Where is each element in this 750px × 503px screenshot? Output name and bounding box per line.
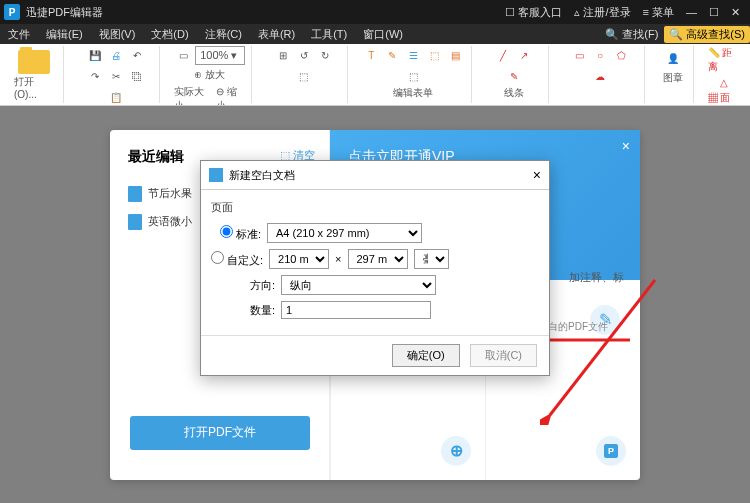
app-logo-icon: P	[4, 4, 20, 20]
distance-button[interactable]: 📏 距离	[708, 46, 741, 74]
width-select[interactable]: 210 mm	[269, 249, 329, 269]
paper-size-select[interactable]: A4 (210 x 297 mm)	[267, 223, 422, 243]
menu-form[interactable]: 表单(R)	[250, 27, 303, 42]
menu-view[interactable]: 视图(V)	[91, 27, 144, 42]
circle-icon[interactable]: ○	[591, 46, 609, 64]
dialog-title-text: 新建空白文档	[229, 168, 295, 183]
print-icon[interactable]: 🖨	[107, 46, 125, 64]
ribbon-shapes-group: ▭ ○ ⬠ ☁	[557, 46, 645, 103]
file-icon	[128, 186, 142, 202]
zoom-in-button[interactable]: ⊕ 放大	[194, 68, 225, 82]
zoom-out-button[interactable]: ⊖ 缩小	[216, 85, 245, 106]
perimeter-button[interactable]: △	[720, 77, 728, 88]
arrow-icon[interactable]: ↗	[515, 46, 533, 64]
highlight-icon[interactable]: ☰	[404, 46, 422, 64]
quantity-input[interactable]	[281, 301, 431, 319]
dialog-close-button[interactable]: ×	[533, 167, 541, 183]
titlebar: P 迅捷PDF编辑器 ☐ 客服入口 ▵ 注册/登录 ≡ 菜单 — ☐ ✕	[0, 0, 750, 24]
area-button[interactable]: ▦ 面积	[708, 91, 741, 106]
copy-icon[interactable]: ⿻	[128, 67, 146, 85]
login-button[interactable]: ▵ 注册/登录	[568, 5, 636, 20]
text-icon[interactable]: T	[362, 46, 380, 64]
link-icon[interactable]: ⬚	[404, 67, 422, 85]
orientation-select[interactable]: 纵向	[281, 275, 436, 295]
menu-document[interactable]: 文档(D)	[143, 27, 196, 42]
quantity-label: 数量:	[211, 303, 275, 318]
menubar: 文件 编辑(E) 视图(V) 文档(D) 注释(C) 表单(R) 工具(T) 窗…	[0, 24, 750, 44]
page-section-label: 页面	[211, 200, 539, 215]
advanced-find-button[interactable]: 🔍 高级查找(S)	[664, 26, 750, 43]
standard-radio[interactable]	[220, 225, 233, 238]
stamp-icon[interactable]: 👤	[659, 46, 687, 70]
rotate-left-icon[interactable]: ↺	[295, 46, 313, 64]
close-button[interactable]: ✕	[725, 6, 746, 19]
menu-button[interactable]: ≡ 菜单	[637, 5, 680, 20]
folder-icon	[18, 50, 50, 74]
menu-edit[interactable]: 编辑(E)	[38, 27, 91, 42]
grid-icon[interactable]: ⊞	[274, 46, 292, 64]
find-button[interactable]: 🔍 查找(F)	[599, 26, 664, 43]
ribbon-file-group: 💾 🖨 ↶ ↷ ✂ ⿻ 📋	[72, 46, 160, 103]
ribbon-open-group: 打开(O)...	[4, 46, 64, 103]
height-select[interactable]: 297 mm	[348, 249, 408, 269]
ribbon-lines-group: ╱ ↗ ✎ 线条	[480, 46, 549, 103]
ribbon-layout-group: ⊞ ↺ ↻ ⬚	[260, 46, 348, 103]
ok-button[interactable]: 确定(O)	[392, 344, 460, 367]
ribbon-stamp-group: 👤 图章	[653, 46, 694, 103]
page-icon[interactable]: ▭	[174, 46, 192, 64]
note-icon[interactable]: ▤	[446, 46, 464, 64]
ribbon-form-group: T ✎ ☰ ⬚ ▤ ⬚ 编辑表单	[356, 46, 472, 103]
dialog-icon	[209, 168, 223, 182]
ribbon-measure-group: 📏 距离 △ ▦ 面积	[702, 46, 747, 103]
redo-icon[interactable]: ↷	[86, 67, 104, 85]
rect-icon[interactable]: ▭	[570, 46, 588, 64]
minimize-button[interactable]: —	[680, 6, 703, 18]
open-button[interactable]: 打开(O)...	[10, 46, 57, 104]
menu-file[interactable]: 文件	[0, 27, 38, 42]
customer-service-button[interactable]: ☐ 客服入口	[499, 5, 568, 20]
orientation-label: 方向:	[211, 278, 275, 293]
unit-select[interactable]: 毫米	[414, 249, 449, 269]
cancel-button[interactable]: 取消(C)	[470, 344, 537, 367]
dialog-titlebar: 新建空白文档 ×	[201, 161, 549, 190]
actual-size-button[interactable]: 实际大小	[174, 85, 212, 106]
ribbon-zoom-group: ▭100% ▾ ⊕ 放大 实际大小 ⊖ 缩小	[168, 46, 252, 103]
rotate-right-icon[interactable]: ↻	[316, 46, 334, 64]
save-icon[interactable]: 💾	[86, 46, 104, 64]
create-icon: P	[596, 436, 626, 466]
menu-window[interactable]: 窗口(W)	[355, 27, 411, 42]
ribbon-toolbar: 打开(O)... 💾 🖨 ↶ ↷ ✂ ⿻ 📋 ▭100% ▾ ⊕ 放大 实际	[0, 44, 750, 106]
pencil-icon[interactable]: ✎	[505, 67, 523, 85]
cloud-icon[interactable]: ☁	[591, 67, 609, 85]
times-label: ×	[335, 253, 341, 265]
menu-tools[interactable]: 工具(T)	[303, 27, 355, 42]
open-pdf-button[interactable]: 打开PDF文件	[130, 416, 310, 450]
maximize-button[interactable]: ☐	[703, 6, 725, 19]
paste-icon[interactable]: 📋	[107, 88, 125, 106]
textbox-icon[interactable]: ⬚	[425, 46, 443, 64]
custom-radio[interactable]	[211, 251, 224, 264]
file-icon	[128, 214, 142, 230]
line-icon[interactable]: ╱	[494, 46, 512, 64]
fit-icon[interactable]: ⬚	[295, 67, 313, 85]
undo-icon[interactable]: ↶	[128, 46, 146, 64]
vip-close-icon[interactable]: ×	[622, 138, 630, 154]
cut-icon[interactable]: ✂	[107, 67, 125, 85]
new-blank-dialog: 新建空白文档 × 页面 标准: A4 (210 x 297 mm) 自定义: 2…	[200, 160, 550, 376]
menu-comment[interactable]: 注释(C)	[197, 27, 250, 42]
merge-icon: ⊕	[441, 436, 471, 466]
poly-icon[interactable]: ⬠	[612, 46, 630, 64]
edit-icon[interactable]: ✎	[383, 46, 401, 64]
app-title: 迅捷PDF编辑器	[26, 5, 103, 20]
